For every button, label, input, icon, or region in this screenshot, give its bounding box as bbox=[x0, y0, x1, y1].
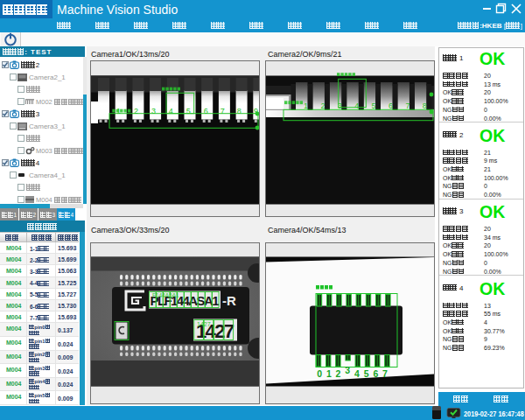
svg-text:4: 4 bbox=[354, 102, 359, 110]
svg-text:8: 8 bbox=[423, 102, 427, 110]
svg-text:3: 3 bbox=[345, 365, 350, 375]
svg-text:3: 3 bbox=[338, 102, 342, 110]
svg-text:7: 7 bbox=[405, 102, 410, 110]
svg-text:5: 5 bbox=[186, 107, 191, 116]
svg-text:8: 8 bbox=[237, 107, 242, 116]
svg-text:4: 4 bbox=[354, 368, 360, 378]
svg-text:0: 0 bbox=[317, 368, 322, 378]
svg-text:1: 1 bbox=[326, 368, 332, 378]
svg-text:7: 7 bbox=[382, 368, 388, 378]
svg-text:7: 7 bbox=[220, 107, 225, 116]
svg-text:1: 1 bbox=[116, 107, 121, 116]
svg-text:6: 6 bbox=[373, 368, 378, 378]
svg-text:2: 2 bbox=[134, 107, 138, 116]
svg-text:2: 2 bbox=[320, 102, 325, 110]
svg-text:5: 5 bbox=[372, 102, 376, 110]
svg-text:6: 6 bbox=[388, 102, 393, 110]
svg-text:6: 6 bbox=[204, 107, 208, 116]
svg-text:1: 1 bbox=[304, 102, 308, 110]
svg-text:3: 3 bbox=[151, 107, 156, 116]
svg-text:-R: -R bbox=[222, 293, 236, 308]
svg-text:4: 4 bbox=[169, 107, 173, 116]
svg-text:1427: 1427 bbox=[197, 321, 211, 327]
svg-text:F144A5A1: F144A5A1 bbox=[152, 292, 179, 298]
svg-text:2: 2 bbox=[336, 368, 341, 378]
svg-text:5: 5 bbox=[364, 368, 369, 378]
